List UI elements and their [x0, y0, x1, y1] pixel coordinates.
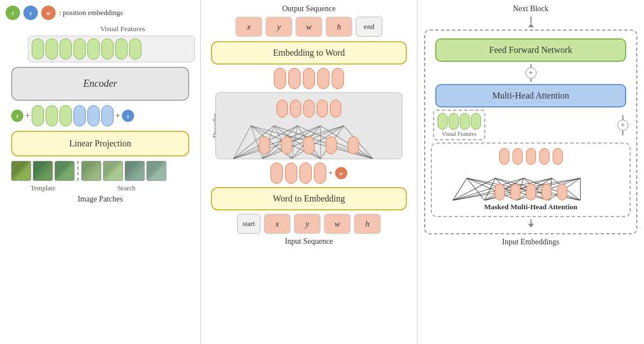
vf-sm-n1	[437, 113, 448, 130]
mmha-top-n2	[513, 148, 523, 165]
output-seq-label: Output Sequence	[207, 4, 411, 13]
plus-circle-ffn: +	[525, 67, 537, 78]
input-embeddings-label: Input Embeddings	[424, 238, 637, 247]
search-label: Search	[85, 184, 168, 193]
enc-n1	[32, 105, 44, 126]
mha-box: Multi-Head Attention	[435, 84, 626, 107]
mmha-top-n3	[526, 148, 536, 165]
in-token-h: h	[354, 214, 381, 234]
next-block-label: Next Block	[513, 4, 548, 13]
input-tokens: start x y w h	[207, 214, 411, 234]
diagram-container: t s w : position embeddings Visual Featu…	[0, 0, 644, 344]
ffn-label: Feed Forward Network	[489, 45, 572, 55]
in-token-w: w	[324, 214, 351, 234]
vf-neuron-6	[101, 38, 114, 60]
line-bottom	[530, 219, 532, 224]
out-token-x: x	[235, 17, 262, 37]
enc-n4	[73, 105, 86, 126]
enc-n6	[101, 105, 114, 126]
out-token-w: w	[296, 17, 322, 37]
patch-t1	[11, 161, 31, 181]
mha-label: Multi-Head Attention	[492, 91, 569, 100]
word-to-embedding-label: Word to Embedding	[273, 194, 345, 203]
out-token-h: h	[326, 17, 352, 37]
linear-proj-box: Linear Projection	[11, 131, 189, 156]
vf-sm-n3	[460, 113, 470, 130]
masked-mha-label: Masked Multi-Head Attention	[436, 203, 625, 212]
masked-mha-container: Masked Multi-Head Attention	[431, 142, 631, 217]
patch-s2	[103, 161, 123, 181]
right-panel: Next Block Feed Forward Network + Multi-…	[417, 0, 644, 344]
in-emb-n3	[299, 163, 312, 184]
vf-neuron-8	[129, 38, 141, 60]
out-emb-n4	[317, 68, 330, 89]
in-emb-n1	[271, 163, 283, 184]
pw-circle: w	[41, 6, 56, 20]
patch-divider	[77, 161, 78, 181]
mmha-bot-n1	[495, 184, 505, 200]
pw-label: w	[46, 9, 50, 16]
out-emb-n3	[303, 68, 315, 89]
line-vf	[622, 115, 623, 120]
ca-bot-n1	[259, 136, 270, 154]
line2	[530, 78, 532, 82]
legend: t s w : position embeddings	[6, 6, 195, 20]
left-panel: t s w : position embeddings Visual Featu…	[0, 0, 200, 344]
template-label: Template	[11, 184, 75, 193]
vf-neuron-7	[115, 38, 127, 60]
embedding-to-word-box: Embedding to Word	[211, 41, 407, 65]
position-text: : position embeddings	[59, 8, 123, 17]
vf-sm-n4	[471, 113, 481, 130]
vf-inset-box: Visual Features	[433, 110, 485, 140]
out-token-y: y	[266, 17, 292, 37]
patch-s3	[125, 161, 145, 181]
arrowhead-ffn	[528, 23, 534, 27]
in-token-y: y	[294, 214, 321, 234]
vf-neuron-1	[32, 38, 44, 60]
outer-dashed-box: Feed Forward Network + Multi-Head Attent…	[424, 30, 637, 234]
out-emb-n2	[288, 68, 301, 89]
pt-circle: t	[6, 6, 20, 20]
word-to-embedding-box: Word to Embedding	[211, 187, 407, 210]
pt-pos-circle: t	[11, 110, 23, 122]
image-patches-row	[11, 161, 189, 181]
ca-bot-n2	[281, 136, 292, 154]
in-token-start: start	[237, 214, 260, 234]
vf-sm-n2	[449, 113, 459, 130]
patch-t2	[33, 161, 53, 181]
vf-neuron-4	[73, 38, 86, 60]
mmha-bot-n3	[526, 184, 536, 200]
enc-n5	[87, 105, 100, 126]
vf-neuron-3	[60, 38, 72, 60]
arrowhead-bottom	[528, 224, 534, 228]
line-vf2	[622, 131, 623, 135]
mmha-top-n5	[553, 148, 563, 165]
vf-neuron-5	[87, 38, 100, 60]
ca-bot-n3	[303, 136, 314, 154]
out-emb-n1	[274, 68, 286, 89]
mmha-bot-n5	[557, 184, 567, 200]
image-patches-label: Image Patches	[6, 195, 195, 204]
in-emb-n2	[285, 163, 297, 184]
pw-mid-circle: w	[335, 167, 347, 179]
ca-bot-n4	[326, 136, 337, 154]
vf-inset-label: Visual Features	[442, 131, 476, 137]
encoder-box: Encoder	[11, 67, 189, 101]
ca-bot-n5	[348, 136, 359, 154]
ps-circle: s	[23, 6, 38, 20]
mmha-top-n4	[539, 148, 549, 165]
ps-pos-circle: s	[122, 110, 134, 122]
patch-t3	[55, 161, 75, 181]
vf-neuron-2	[46, 38, 58, 60]
mmha-top-n1	[499, 148, 509, 165]
patch-s1	[81, 161, 101, 181]
pt-label: t	[12, 9, 13, 16]
arrow-to-ffn	[530, 17, 532, 23]
enc-n3	[60, 105, 72, 126]
in-token-x: x	[264, 214, 291, 234]
encoder-label: Encoder	[83, 78, 117, 89]
cross-attn-area	[215, 92, 402, 159]
ffn-box: Feed Forward Network	[435, 38, 626, 62]
mmha-bot-n2	[510, 184, 520, 200]
visual-features-label-left: Visual Features	[50, 24, 195, 33]
